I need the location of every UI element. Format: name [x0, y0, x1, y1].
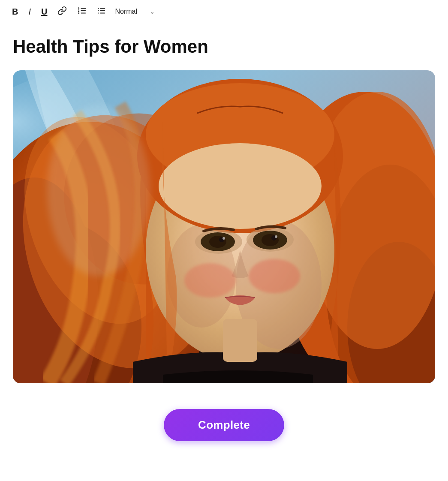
format-selector-wrapper[interactable]: Normal Heading 1 Heading 2 Heading 3 ⌄ [115, 8, 155, 15]
svg-point-45 [249, 259, 300, 293]
svg-point-47 [47, 105, 150, 276]
ordered-list-button[interactable]: 1. 2. 3. [74, 4, 90, 18]
format-chevron-icon: ⌄ [150, 8, 155, 15]
article-image-container [13, 70, 435, 383]
complete-button[interactable]: Complete [164, 409, 284, 441]
svg-point-11 [98, 12, 99, 13]
svg-point-44 [184, 263, 236, 298]
svg-point-10 [98, 10, 99, 11]
italic-button[interactable]: I [25, 6, 34, 18]
svg-rect-46 [223, 319, 257, 362]
bold-button[interactable]: B [9, 6, 21, 18]
unordered-list-button[interactable] [93, 4, 110, 18]
svg-text:3.: 3. [78, 11, 81, 14]
svg-point-42 [222, 237, 225, 240]
editor-toolbar: B I U 1. 2. 3. Nor [0, 0, 448, 23]
article-image [13, 70, 435, 383]
svg-point-43 [275, 235, 277, 238]
article-title: Health Tips for Women [13, 36, 208, 57]
format-select[interactable]: Normal Heading 1 Heading 2 Heading 3 [115, 8, 148, 15]
complete-button-area: Complete [13, 400, 435, 458]
svg-point-9 [98, 8, 99, 9]
underline-button[interactable]: U [38, 6, 51, 18]
svg-point-33 [159, 143, 322, 229]
content-area: Health Tips for Women [0, 23, 448, 481]
link-button[interactable] [54, 4, 70, 18]
